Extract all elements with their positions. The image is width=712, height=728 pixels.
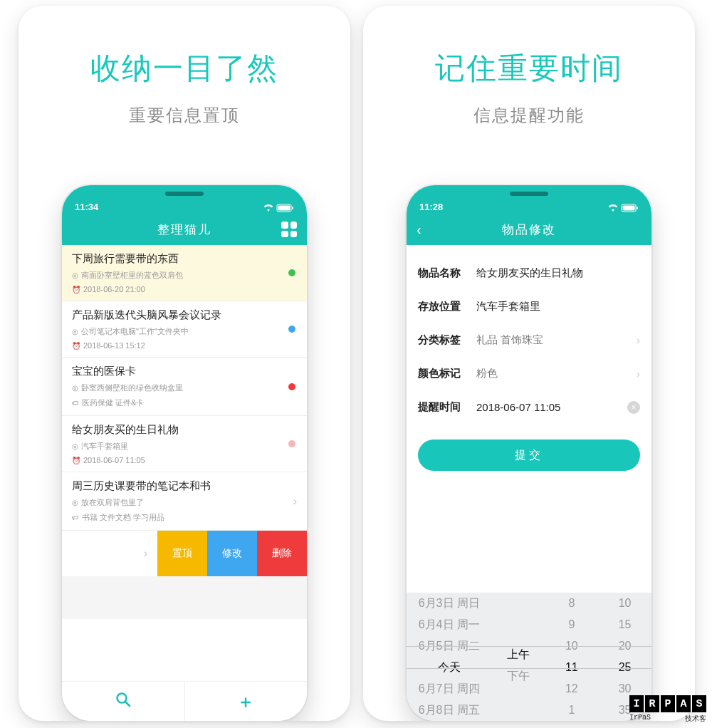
wifi-icon <box>607 204 619 212</box>
status-time: 11:28 <box>419 202 443 212</box>
swipe-pin-button[interactable]: 置顶 <box>157 531 207 576</box>
location-icon: ◎ <box>72 271 78 279</box>
search-button[interactable] <box>62 682 184 721</box>
list-item[interactable]: 周三历史课要带的笔记本和书 ◎放在双肩背包里了 🏷书籍 文件文档 学习用品 › <box>62 472 307 531</box>
swipe-actions-row: › 置顶 修改 删除 <box>62 531 307 576</box>
field-label: 物品名称 <box>418 266 476 280</box>
promo-subtitle: 重要信息置顶 <box>19 104 350 127</box>
list-item[interactable]: 下周旅行需要带的东西 ◎南面卧室壁柜里的蓝色双肩包 ⏰2018-06-20 21… <box>62 245 307 301</box>
back-button[interactable]: ‹ <box>417 222 423 238</box>
item-title: 周三历史课要带的笔记本和书 <box>72 479 297 493</box>
bottom-bar: ＋ <box>62 681 307 721</box>
location-icon: ◎ <box>72 499 78 506</box>
field-label: 存放位置 <box>418 300 476 313</box>
list-item[interactable]: 产品新版迭代头脑风暴会议记录 ◎公司笔记本电脑"工作"文件夹中 ⏰2018-06… <box>62 301 307 358</box>
field-value: 汽车手套箱里 <box>476 300 640 313</box>
svg-rect-1 <box>278 206 290 211</box>
location-icon: ◎ <box>72 328 78 336</box>
phone-notch <box>127 185 241 202</box>
picker-col-ampm[interactable]: 上午 下午 <box>492 593 545 721</box>
color-dot <box>288 440 295 447</box>
tag-icon: 🏷 <box>72 399 79 407</box>
app-title: 物品修改 <box>502 222 556 238</box>
color-dot <box>288 269 295 276</box>
svg-line-4 <box>125 702 130 706</box>
clock-icon: ⏰ <box>72 342 80 350</box>
promo-card-left: 收纳一目了然 重要信息置顶 11:34 整理猫儿 下周旅行需要带的 <box>19 6 350 721</box>
field-label: 提醒时间 <box>418 400 476 414</box>
phone-mock-right: 11:28 ‹ 物品修改 物品名称 给女朋友买的生日礼物 存放位置 <box>407 185 651 721</box>
item-time: 2018-06-13 15:12 <box>83 341 145 350</box>
chevron-right-icon: › <box>62 531 157 576</box>
item-tags: 书籍 文件文档 学习用品 <box>82 512 164 523</box>
picker-col-date[interactable]: 6月3日 周日 6月4日 周一 6月5日 周二 今天 6月7日 周四 6月8日 … <box>407 593 492 721</box>
location-icon: ◎ <box>72 442 78 450</box>
item-location: 卧室西侧壁柜的绿色收纳盒里 <box>81 383 183 393</box>
promo-title: 收纳一目了然 <box>19 48 350 88</box>
wifi-icon <box>263 204 274 212</box>
form-row-tags[interactable]: 分类标签 礼品 首饰珠宝 › <box>418 323 640 357</box>
promo-title: 记住重要时间 <box>363 48 695 88</box>
chevron-right-icon: › <box>293 495 297 508</box>
status-time: 11:34 <box>75 202 98 212</box>
chevron-right-icon: › <box>632 334 640 346</box>
clock-icon: ⏰ <box>72 457 80 464</box>
promo-card-right: 记住重要时间 信息提醒功能 11:28 ‹ 物品修改 物品名称 给女朋 <box>363 6 695 721</box>
item-time: 2018-06-07 11:05 <box>83 456 145 464</box>
field-value: 2018-06-07 11:05 <box>476 401 627 413</box>
location-icon: ◎ <box>72 384 78 392</box>
field-label: 分类标签 <box>418 333 476 347</box>
item-location: 南面卧室壁柜里的蓝色双肩包 <box>81 270 183 281</box>
item-location: 放在双肩背包里了 <box>81 497 144 508</box>
list-item[interactable]: 给女朋友买的生日礼物 ◎汽车手套箱里 ⏰2018-06-07 11:05 <box>62 416 307 472</box>
promo-subtitle: 信息提醒功能 <box>363 104 695 127</box>
phone-notch <box>472 185 586 202</box>
submit-button[interactable]: 提交 <box>418 440 640 471</box>
item-title: 产品新版迭代头脑风暴会议记录 <box>72 308 297 322</box>
tag-icon: 🏷 <box>72 514 79 521</box>
form-row-color[interactable]: 颜色标记 粉色 › <box>418 357 640 390</box>
phone-mock-left: 11:34 整理猫儿 下周旅行需要带的东西 ◎南面卧室壁柜里的蓝色双肩包 ⏰20… <box>62 185 307 721</box>
item-location: 汽车手套箱里 <box>81 441 128 452</box>
swipe-delete-button[interactable]: 删除 <box>257 531 307 576</box>
battery-icon <box>622 204 639 212</box>
app-bar: 整理猫儿 <box>62 214 307 245</box>
swipe-edit-button[interactable]: 修改 <box>207 531 257 576</box>
item-title: 宝宝的医保卡 <box>72 365 297 378</box>
chevron-right-icon: › <box>632 368 640 380</box>
clear-icon[interactable]: × <box>627 401 640 414</box>
svg-rect-2 <box>292 207 293 209</box>
item-time: 2018-06-20 21:00 <box>83 285 145 293</box>
color-dot <box>288 383 295 390</box>
item-title: 给女朋友买的生日礼物 <box>72 423 297 437</box>
list-item[interactable]: 宝宝的医保卡 ◎卧室西侧壁柜的绿色收纳盒里 🏷医药保健 证件&卡 <box>62 358 307 416</box>
svg-rect-7 <box>637 207 638 209</box>
item-tags: 医药保健 证件&卡 <box>82 397 144 408</box>
edit-form: 物品名称 给女朋友买的生日礼物 存放位置 汽车手套箱里 分类标签 礼品 首饰珠宝… <box>407 245 651 424</box>
clock-icon: ⏰ <box>72 286 80 293</box>
app-bar: ‹ 物品修改 <box>407 214 651 245</box>
add-button[interactable]: ＋ <box>184 682 308 721</box>
plus-icon: ＋ <box>237 690 254 713</box>
picker-col-hour[interactable]: 8 9 10 11 12 1 2 <box>545 593 598 721</box>
field-value: 礼品 首饰珠宝 <box>476 333 632 347</box>
app-title: 整理猫儿 <box>157 222 211 238</box>
item-list: 下周旅行需要带的东西 ◎南面卧室壁柜里的蓝色双肩包 ⏰2018-06-20 21… <box>62 245 307 619</box>
field-value: 给女朋友买的生日礼物 <box>476 266 640 280</box>
item-location: 公司笔记本电脑"工作"文件夹中 <box>81 326 189 337</box>
watermark: I R P A S IrPaS 技术客 <box>629 695 706 724</box>
layout-toggle-button[interactable] <box>281 222 297 237</box>
item-title: 下周旅行需要带的东西 <box>72 252 297 266</box>
battery-icon <box>277 204 294 212</box>
field-label: 颜色标记 <box>418 367 476 380</box>
color-dot <box>288 326 295 333</box>
field-value: 粉色 <box>476 367 632 380</box>
form-row-name[interactable]: 物品名称 给女朋友买的生日礼物 <box>418 256 640 290</box>
svg-rect-6 <box>623 206 635 211</box>
search-icon <box>115 692 131 712</box>
form-row-location[interactable]: 存放位置 汽车手套箱里 <box>418 290 640 323</box>
list-blank <box>62 576 307 619</box>
datetime-picker[interactable]: 6月3日 周日 6月4日 周一 6月5日 周二 今天 6月7日 周四 6月8日 … <box>407 593 651 721</box>
form-row-reminder[interactable]: 提醒时间 2018-06-07 11:05 × <box>418 390 640 424</box>
